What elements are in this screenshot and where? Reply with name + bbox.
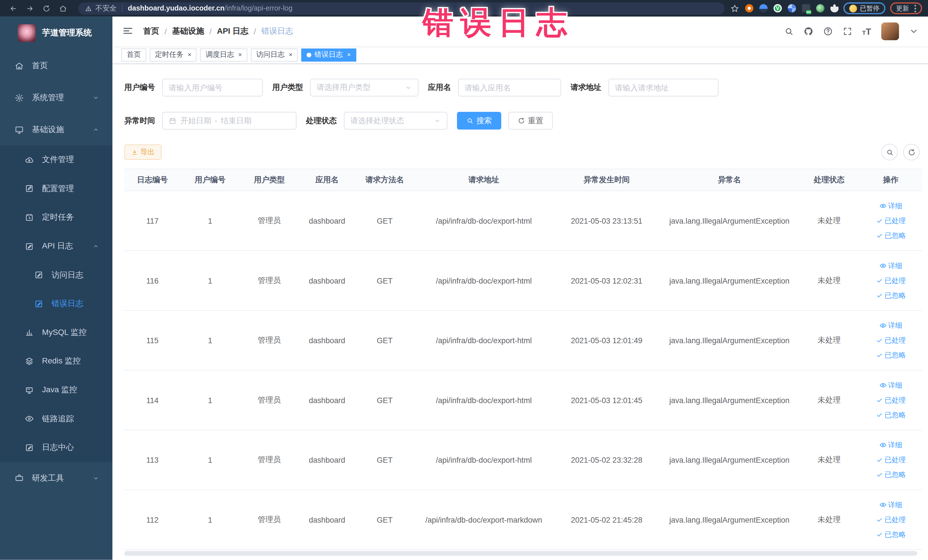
select-placeholder: 请选择用户类型 [317, 82, 401, 93]
user-avatar[interactable] [881, 23, 899, 40]
sidebar-item-label: MySQL 监控 [42, 327, 99, 338]
bookmark-star-icon[interactable] [730, 4, 739, 12]
row-action-1[interactable]: 已处理 [876, 452, 906, 467]
horizontal-scrollbar[interactable] [124, 551, 917, 556]
sidebar-item-8[interactable]: 错误日志 [0, 289, 112, 318]
sidebar-item-7[interactable]: 访问日志 [0, 261, 112, 290]
action-label: 已处理 [885, 214, 906, 228]
row-action-0[interactable]: 详细 [879, 497, 902, 512]
sidebar-item-label: Redis 监控 [42, 356, 99, 366]
breadcrumb-item-2[interactable]: API 日志 [217, 26, 249, 37]
sidebar-item-14[interactable]: 研发工具 [0, 462, 112, 494]
chevron-down-icon [405, 84, 412, 91]
close-icon[interactable]: × [347, 51, 351, 58]
table-settings [881, 144, 920, 160]
app-logo[interactable]: 芋道管理系统 [0, 17, 112, 50]
sidebar-item-11[interactable]: Java 监控 [0, 376, 112, 404]
row-action-2[interactable]: 已忽略 [876, 228, 906, 243]
browser-update-button[interactable]: 更新 [890, 2, 922, 14]
extension-icon[interactable] [830, 4, 839, 12]
row-action-0[interactable]: 详细 [879, 258, 902, 273]
cell: 未处理 [799, 455, 859, 465]
browser-profile-chip[interactable]: 已暂停 [843, 2, 885, 14]
chevron-down-icon[interactable] [909, 26, 919, 36]
sidebar-item-10[interactable]: Redis 监控 [0, 347, 112, 376]
row-action-0[interactable]: 详细 [879, 378, 902, 393]
sidebar-item-label: 系统管理 [32, 92, 92, 103]
row-action-1[interactable]: 已处理 [876, 273, 906, 288]
filter-input[interactable] [465, 83, 554, 92]
extension-icon[interactable] [816, 4, 824, 12]
sidebar-item-2[interactable]: 基础设施 [0, 113, 112, 145]
tab-4[interactable]: 错误日志× [302, 48, 356, 61]
close-icon[interactable]: × [188, 51, 191, 58]
help-icon[interactable] [823, 26, 832, 36]
reset-button[interactable]: 重置 [508, 112, 553, 130]
row-action-2[interactable]: 已忽略 [876, 348, 906, 363]
breadcrumb-item-0[interactable]: 首页 [143, 26, 159, 37]
row-action-2[interactable]: 已忽略 [876, 407, 906, 422]
breadcrumb-item-1[interactable]: 基础设施 [172, 26, 204, 37]
sidebar-item-13[interactable]: 日志中心 [0, 433, 112, 462]
close-icon[interactable]: × [289, 51, 292, 58]
search-button[interactable]: 搜索 [457, 112, 502, 130]
filter-input[interactable] [169, 83, 256, 92]
close-icon[interactable]: × [238, 51, 242, 58]
tags-bar: 首页定时任务×调度日志×访问日志×错误日志× [112, 46, 928, 64]
sidebar-item-3[interactable]: 文件管理 [0, 145, 112, 174]
row-action-2[interactable]: 已忽略 [876, 467, 906, 482]
search-icon[interactable] [784, 26, 793, 36]
tab-1[interactable]: 定时任务× [150, 48, 197, 61]
row-action-2[interactable]: 已忽略 [876, 527, 906, 542]
sidebar-item-6[interactable]: API 日志 [0, 232, 112, 261]
warning-icon [85, 5, 92, 12]
check-icon [876, 277, 883, 284]
check-icon [876, 516, 883, 523]
date-range-picker[interactable]: 开始日期-结束日期 [162, 112, 296, 130]
row-action-1[interactable]: 已处理 [876, 512, 906, 527]
browser-back-button[interactable] [6, 2, 20, 15]
sidebar-item-0[interactable]: 首页 [0, 50, 112, 82]
extension-icon[interactable]: V [774, 4, 782, 12]
address-bar[interactable]: 不安全 dashboard.yudao.iocoder.cn /infra/lo… [78, 2, 724, 15]
filter-input-wrap [458, 79, 561, 96]
export-button[interactable]: 导出 [124, 144, 162, 160]
row-action-0[interactable]: 详细 [879, 318, 902, 333]
sidebar-item-1[interactable]: 系统管理 [0, 82, 112, 113]
browser-reload-button[interactable] [39, 2, 53, 15]
row-action-0[interactable]: 详细 [879, 438, 902, 452]
filter-select[interactable]: 请选择用户类型 [310, 79, 418, 96]
cell: 1 [180, 396, 240, 404]
row-action-1[interactable]: 已处理 [876, 333, 906, 348]
sidebar-item-4[interactable]: 配置管理 [0, 174, 112, 203]
extension-icon[interactable] [759, 4, 768, 12]
browser-forward-button[interactable] [23, 2, 37, 15]
fullscreen-icon[interactable] [843, 26, 852, 36]
extension-icon[interactable] [788, 4, 796, 12]
sidebar-item-12[interactable]: 链路追踪 [0, 404, 112, 433]
github-icon[interactable] [804, 26, 813, 36]
row-action-1[interactable]: 已处理 [876, 214, 906, 228]
tab-3[interactable]: 访问日志× [251, 48, 298, 61]
date-separator: - [215, 117, 217, 125]
sidebar-toggle-icon[interactable] [122, 25, 133, 37]
cell: GET [355, 396, 414, 404]
browser-menu-icon[interactable] [914, 5, 916, 12]
row-action-2[interactable]: 已忽略 [876, 288, 906, 303]
calendar-icon [169, 117, 176, 125]
filter-input[interactable] [615, 83, 712, 92]
row-action-0[interactable]: 详细 [879, 198, 902, 214]
tab-0[interactable]: 首页 [121, 48, 146, 61]
row-action-1[interactable]: 已处理 [876, 393, 906, 407]
browser-home-button[interactable] [56, 2, 70, 15]
sidebar-item-5[interactable]: 定时任务 [0, 203, 112, 232]
extension-icon[interactable]: on [802, 4, 810, 12]
filter-label: 应用名 [428, 82, 451, 93]
extension-icon[interactable] [745, 4, 753, 12]
font-size-icon[interactable]: TT [862, 27, 871, 36]
toggle-search-button[interactable] [881, 144, 898, 160]
refresh-button[interactable] [903, 144, 920, 160]
sidebar-item-9[interactable]: MySQL 监控 [0, 318, 112, 347]
filter-select[interactable]: 请选择处理状态 [344, 112, 447, 130]
tab-2[interactable]: 调度日志× [200, 48, 247, 61]
